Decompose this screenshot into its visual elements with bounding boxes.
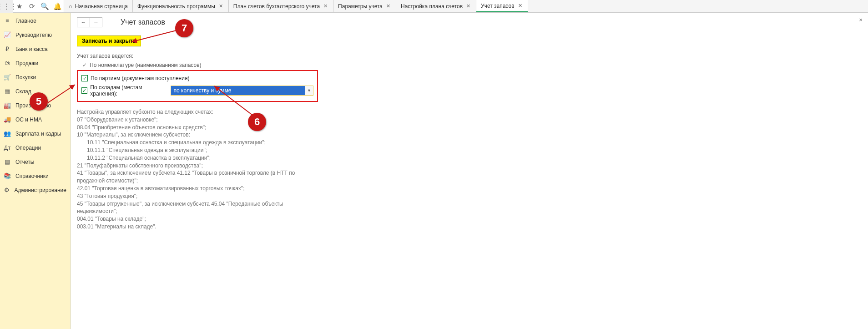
tab-params[interactable]: Параметры учета ✕ bbox=[333, 0, 396, 12]
check-icon: ✓ bbox=[82, 62, 87, 68]
sidebar-icon: 🏭 bbox=[4, 102, 11, 109]
sidebar-item-label: Банк и касса bbox=[15, 46, 48, 52]
sidebar-icon: ▦ bbox=[4, 88, 11, 95]
sidebar-item-label: Справочники bbox=[15, 173, 49, 179]
sidebar-item-label: Покупки bbox=[15, 74, 36, 81]
sidebar-item[interactable]: ₽Банк и касса bbox=[0, 42, 70, 56]
tab-label: Учет запасов bbox=[481, 3, 515, 9]
sidebar-icon: 🚚 bbox=[4, 116, 11, 123]
highlight-box: ✓ По партиям (документам поступления) ✓ … bbox=[77, 70, 318, 102]
sidebar-icon: ₽ bbox=[4, 46, 11, 52]
checkbox-party[interactable]: ✓ bbox=[81, 75, 88, 81]
info-line: 07 "Оборудование к установке"; bbox=[77, 116, 323, 124]
close-icon[interactable]: ✕ bbox=[218, 3, 224, 9]
readonly-label: По номенклатуре (наименованиям запасов) bbox=[90, 62, 202, 68]
close-icon[interactable]: ✕ bbox=[385, 3, 391, 9]
dropdown-value: по количеству и сумме bbox=[171, 86, 305, 95]
sidebar-item[interactable]: 🛍Продажи bbox=[0, 56, 70, 70]
tab-home[interactable]: ⌂ Начальная страница bbox=[64, 0, 133, 12]
sidebar-item-label: Руководителю bbox=[15, 32, 52, 38]
close-icon[interactable]: ✕ bbox=[323, 3, 328, 9]
info-line: 10.11.2 "Специальная оснастка в эксплуат… bbox=[77, 154, 323, 162]
sidebar-item[interactable]: 📚Справочники bbox=[0, 169, 70, 183]
info-line: 43 "Готовая продукция"; bbox=[77, 192, 323, 200]
sidebar-item-label: Зарплата и кадры bbox=[15, 131, 61, 137]
info-line: 10 "Материалы", за исключением субсчетов… bbox=[77, 131, 323, 139]
nav-back-button[interactable]: ← bbox=[77, 17, 90, 27]
checkbox-label: По складам (местам хранения): bbox=[90, 84, 166, 97]
sidebar-item[interactable]: 🛒Покупки bbox=[0, 70, 70, 84]
search-icon[interactable]: 🔍 bbox=[38, 0, 51, 13]
info-line: 21 "Полуфабрикаты собственного производс… bbox=[77, 162, 323, 170]
sidebar-item[interactable]: 🚚ОС и НМА bbox=[0, 112, 70, 127]
sidebar-item[interactable]: ⚙Администрирование bbox=[0, 183, 70, 197]
sidebar-icon: Дт bbox=[4, 144, 11, 151]
info-text: Настройка управляет субконто на следующи… bbox=[77, 108, 323, 231]
info-line: 004.01 "Товары на складе"; bbox=[77, 215, 323, 223]
sidebar-item-label: Склад bbox=[15, 88, 31, 95]
checkbox-sklad[interactable]: ✓ bbox=[81, 87, 87, 94]
home-icon: ⌂ bbox=[69, 3, 72, 10]
info-line: 45 "Товары отгруженные", за исключением … bbox=[77, 200, 323, 216]
sidebar-item[interactable]: ▤Отчеты bbox=[0, 155, 70, 169]
sidebar-item[interactable]: 👥Зарплата и кадры bbox=[0, 127, 70, 141]
sidebar-item-label: ОС и НМА bbox=[15, 116, 42, 123]
tab-plan[interactable]: План счетов бухгалтерского учета ✕ bbox=[229, 0, 333, 12]
topbar-icon-group: ⋮⋮⋮ ★ ⟳ 🔍 🔔 bbox=[0, 0, 64, 12]
sidebar-icon: 🛒 bbox=[4, 74, 11, 81]
bell-icon[interactable]: 🔔 bbox=[51, 0, 64, 13]
info-line: 42.01 "Торговая наценка в автоматизирова… bbox=[77, 185, 323, 192]
tab-label: Параметры учета bbox=[338, 3, 383, 10]
sidebar-item-label: Администрирование bbox=[15, 187, 66, 193]
nav-forward-button[interactable]: → bbox=[90, 17, 102, 27]
info-line: 41 "Товары", за исключением субсчета 41.… bbox=[77, 169, 323, 185]
tab-plan-settings[interactable]: Настройка плана счетов ✕ bbox=[396, 0, 476, 12]
page-title: Учет запасов bbox=[121, 18, 165, 26]
close-panel-icon[interactable]: × bbox=[857, 16, 864, 24]
tab-label: Начальная страница bbox=[75, 3, 128, 10]
close-icon[interactable]: ✕ bbox=[517, 3, 523, 9]
callout-7: 7 bbox=[175, 19, 193, 37]
info-line: 10.11.1 "Специальная одежда в эксплуатац… bbox=[77, 147, 323, 154]
tab-inventory[interactable]: Учет запасов ✕ bbox=[476, 0, 528, 12]
sidebar-item[interactable]: ≡Главное bbox=[0, 14, 70, 28]
callout-5: 5 bbox=[30, 92, 48, 111]
apps-icon[interactable]: ⋮⋮⋮ bbox=[0, 0, 13, 13]
info-line: 003.01 "Материалы на складе". bbox=[77, 223, 323, 231]
sidebar-item-label: Отчеты bbox=[15, 159, 34, 165]
readonly-nomenclature: ✓ По номенклатуре (наименованиям запасов… bbox=[77, 62, 862, 68]
tab-label: Настройка плана счетов bbox=[401, 3, 463, 10]
sidebar: ≡Главное📈Руководителю₽Банк и касса🛍Прода… bbox=[0, 13, 71, 329]
sidebar-item[interactable]: 📈Руководителю bbox=[0, 28, 70, 42]
callout-6: 6 bbox=[248, 113, 266, 131]
tabs: ⌂ Начальная страница Функциональность пр… bbox=[64, 0, 528, 12]
sidebar-icon: 📚 bbox=[4, 172, 11, 179]
tab-functionality[interactable]: Функциональность программы ✕ bbox=[133, 0, 229, 12]
sidebar-item[interactable]: ДтОперации bbox=[0, 141, 70, 155]
star-icon[interactable]: ★ bbox=[13, 0, 25, 13]
tab-label: Функциональность программы bbox=[137, 3, 215, 10]
sidebar-item-label: Продажи bbox=[15, 60, 38, 66]
sidebar-icon: ≡ bbox=[4, 17, 11, 24]
sidebar-icon: 👥 bbox=[4, 130, 11, 137]
info-line: 10.11 "Специальная оснастка и специальна… bbox=[77, 139, 323, 147]
checkbox-row-sklad: ✓ По складам (местам хранения): по колич… bbox=[81, 83, 313, 98]
checkbox-row-party: ✓ По партиям (документам поступления) bbox=[81, 74, 313, 83]
sidebar-icon: 🛍 bbox=[4, 60, 11, 66]
sidebar-icon: ⚙ bbox=[4, 187, 10, 193]
topbar: ⋮⋮⋮ ★ ⟳ 🔍 🔔 ⌂ Начальная страница Функцио… bbox=[0, 0, 868, 13]
close-icon[interactable]: ✕ bbox=[465, 3, 471, 9]
info-line: Настройка управляет субконто на следующи… bbox=[77, 108, 323, 116]
sidebar-item-label: Операции bbox=[15, 145, 41, 151]
tab-label: План счетов бухгалтерского учета bbox=[233, 3, 320, 10]
save-close-button[interactable]: Записать и закрыть bbox=[77, 35, 141, 46]
intro-label: Учет запасов ведется: bbox=[77, 53, 862, 59]
warehouse-mode-dropdown[interactable]: по количеству и сумме ▼ bbox=[171, 86, 313, 96]
checkbox-label: По партиям (документам поступления) bbox=[91, 75, 189, 81]
chevron-down-icon[interactable]: ▼ bbox=[305, 86, 313, 95]
sidebar-icon: 📈 bbox=[4, 31, 11, 38]
history-icon[interactable]: ⟳ bbox=[25, 0, 38, 13]
content-area: × ← → Учет запасов Записать и закрыть Уч… bbox=[71, 13, 868, 329]
info-line: 08.04 "Приобретение объектов основных ср… bbox=[77, 124, 323, 132]
sidebar-icon: ▤ bbox=[4, 158, 11, 165]
